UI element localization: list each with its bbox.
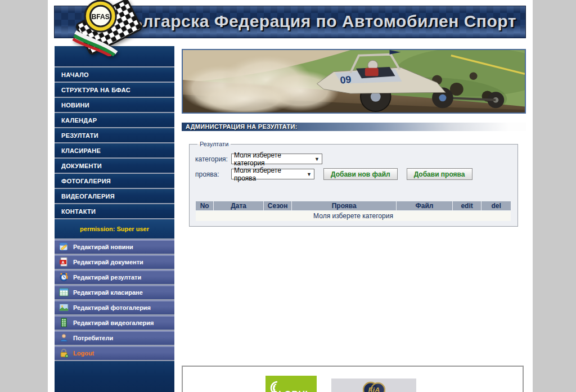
event-select[interactable]: Моля изберете проява ▼ <box>231 169 314 179</box>
sidebar-item-documents[interactable]: ДОКУМЕНТИ <box>55 157 174 173</box>
lock-icon <box>59 348 69 358</box>
col-del: del <box>482 201 511 210</box>
sidebar-item-home[interactable]: НАЧАЛО <box>55 66 174 82</box>
admin-item-label: Редактирай новини <box>73 244 133 250</box>
sidebar-item-edit-videogallery[interactable]: Редактирай видеогалерия <box>55 314 174 330</box>
sidebar-item-edit-photogallery[interactable]: Редактирай фотогалерия <box>55 299 174 314</box>
add-file-button[interactable]: Добави нов файл <box>323 168 398 180</box>
category-select[interactable]: Моля изберете категория ▼ <box>231 154 322 164</box>
admin-item-label: Редактирай видеогалерия <box>73 319 154 326</box>
pencil-note-icon <box>59 242 69 251</box>
hero-photo: 09 <box>182 49 526 114</box>
col-edit: edit <box>453 201 481 210</box>
empty-table-message: Моля изберете категория <box>196 211 511 221</box>
sidebar-item-calendar[interactable]: КАЛЕНДАР <box>55 112 174 127</box>
event-select-value: Моля изберете проява <box>234 166 303 182</box>
permission-label: permission: Super user <box>55 218 174 238</box>
admin-section-bar: АДМИНИСТРАЦИЯ НА РЕЗУЛТАТИ: <box>182 123 526 131</box>
sidebar-item-structure[interactable]: СТРУКТУРА НА БФАС <box>55 82 174 97</box>
user-icon <box>59 333 69 343</box>
category-select-value: Моля изберете категория <box>234 151 311 167</box>
fia-logo[interactable]: FiA <box>331 379 416 392</box>
sidebar: НАЧАЛО СТРУКТУРА НА БФАС НОВИНИ КАЛЕНДАР… <box>55 46 174 392</box>
table-row: Моля изберете категория <box>196 211 511 221</box>
svg-text:A: A <box>61 260 64 264</box>
sidebar-item-edit-standings[interactable]: Редактирай класиране <box>55 284 174 299</box>
site-page: Българска Федерация по Автомобилен Спорт… <box>48 0 533 392</box>
col-event: Проява <box>292 201 396 210</box>
bfas-logo-text: BFAS <box>91 13 110 21</box>
event-label: проява: <box>195 170 231 178</box>
add-event-button[interactable]: Добави проява <box>407 168 472 180</box>
results-panel: Резултати категория: Моля изберете катег… <box>189 141 518 227</box>
results-legend: Резултати <box>197 141 231 147</box>
clock-icon <box>59 272 69 282</box>
col-file: Файл <box>397 201 452 210</box>
sidebar-item-news[interactable]: НОВИНИ <box>55 97 174 112</box>
globul-logo[interactable]: GLOBUL <box>266 376 317 392</box>
sidebar-item-contacts[interactable]: КОНТАКТИ <box>55 203 174 218</box>
sidebar-item-users[interactable]: Потребители <box>55 330 174 345</box>
chevron-down-icon: ▼ <box>307 172 312 177</box>
sidebar-item-edit-results[interactable]: Редактирай резултати <box>55 269 174 284</box>
admin-item-label: Редактирай резултати <box>73 274 141 281</box>
category-label: категория: <box>195 155 231 163</box>
results-table: No Дата Сезон Проява Файл edit del Моля … <box>195 201 511 222</box>
pdf-icon: A <box>59 257 69 267</box>
col-date: Дата <box>214 201 263 210</box>
film-icon <box>59 318 69 327</box>
admin-item-label: Потребители <box>73 335 113 341</box>
photo-icon <box>59 303 69 312</box>
fia-emblem-icon: FiA <box>363 380 385 392</box>
sidebar-filler <box>55 360 174 392</box>
table-icon <box>59 287 69 297</box>
table-header-row: No Дата Сезон Проява Файл edit del <box>196 201 511 210</box>
admin-item-label: Редактирай фотогалерия <box>73 304 151 311</box>
bfas-logo[interactable]: BFAS <box>73 0 145 56</box>
admin-item-label: Logout <box>73 350 94 357</box>
sidebar-item-standings[interactable]: КЛАСИРАНЕ <box>55 142 174 157</box>
sidebar-item-edit-documents[interactable]: A Редактирай документи <box>55 254 174 269</box>
chevron-down-icon: ▼ <box>314 156 320 162</box>
sidebar-item-results[interactable]: РЕЗУЛТАТИ <box>55 127 174 142</box>
sidebar-item-logout[interactable]: Logout <box>55 345 174 360</box>
car-number: 09 <box>339 74 352 86</box>
globul-swirl-icon <box>269 381 279 392</box>
admin-item-label: Редактирай документи <box>73 259 143 265</box>
sidebar-item-photogallery[interactable]: ФОТОГАЛЕРИЯ <box>55 173 174 188</box>
sponsors-footer: GLOBUL FiA <box>182 366 524 392</box>
col-no: No <box>196 201 213 210</box>
sidebar-item-videogallery[interactable]: ВИДЕОГАЛЕРИЯ <box>55 188 174 203</box>
sidebar-item-edit-news[interactable]: Редактирай новини <box>55 238 174 254</box>
admin-item-label: Редактирай класиране <box>73 289 143 296</box>
admin-section-title: АДМИНИСТРАЦИЯ НА РЕЗУЛТАТИ: <box>186 123 298 130</box>
col-season: Сезон <box>264 201 291 210</box>
fia-logo-text: FiA <box>368 386 380 392</box>
